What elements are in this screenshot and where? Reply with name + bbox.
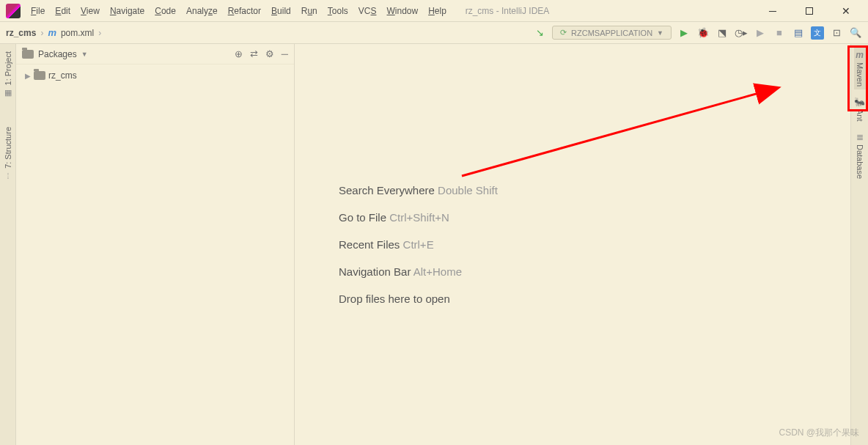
hint-label: Navigation Bar [339,265,411,278]
minimize-button[interactable]: ─ [762,5,784,17]
menu-navigate[interactable]: Navigate [106,3,149,19]
project-panel-header: Packages ▼ ⊕ ⇄ ⚙ ─ [16,44,294,65]
gear-icon[interactable]: ⚙ [265,48,274,59]
hint-goto-file: Go to File Ctrl+Shift+N [339,211,449,224]
breadcrumb-project[interactable]: rz_cms [6,28,36,38]
search-icon[interactable]: 🔍 [849,26,862,40]
expand-arrow-icon[interactable]: ▶ [25,72,31,80]
dropdown-arrow-icon[interactable]: ▼ [81,51,88,58]
maven-rail-label: Maven [856,62,864,87]
project-tree[interactable]: ▶ rz_cms [16,65,294,87]
hint-shortcut: Ctrl+Shift+N [389,211,449,224]
dropdown-arrow-icon: ▼ [657,29,663,37]
profile-button[interactable]: ◷▸ [735,26,748,40]
folder-icon [34,71,45,80]
run-button[interactable]: ▶ [677,26,691,40]
hint-label: Go to File [339,211,386,224]
breadcrumb-file[interactable]: pom.xml [61,28,94,38]
hint-nav-bar: Navigation Bar Alt+Home [339,265,462,278]
window-title: rz_cms - IntelliJ IDEA [319,6,550,16]
hint-search-everywhere: Search Everywhere Double Shift [339,184,498,196]
chevron-right-icon: › [40,28,43,38]
hammer-icon[interactable]: ↘ [533,26,546,40]
menu-analyze[interactable]: Analyze [182,3,222,19]
app-icon [6,4,21,18]
collapse-icon[interactable]: ─ [282,48,288,59]
maximize-button[interactable] [798,5,820,17]
coverage-button[interactable]: ⬔ [716,26,729,40]
database-tool-tab[interactable]: ≣ Database [854,129,866,182]
update-button[interactable]: ▤ [792,26,805,40]
menu-view[interactable]: View [76,3,104,19]
project-rail-label: 1: Project [4,51,12,85]
project-rail-icon: ▦ [4,88,12,98]
attach-button[interactable]: ▶ [754,26,767,40]
left-tool-rail: ▦ 1: Project ⦙ 7: Structure [0,44,16,445]
menu-refactor[interactable]: Refactor [224,3,265,19]
project-panel: Packages ▼ ⊕ ⇄ ⚙ ─ ▶ rz_cms [16,44,295,445]
ant-rail-label: Ant [856,109,864,122]
database-rail-label: Database [856,144,864,179]
menu-code[interactable]: Code [150,3,180,19]
ant-rail-icon: 🐜 [854,97,865,107]
chevron-right-icon: › [98,28,101,38]
title-bar: File Edit View Navigate Code Analyze Ref… [0,0,868,22]
right-tool-rail: m Maven 🐜 Ant ≣ Database [850,44,868,445]
hint-label: Search Everywhere [339,184,435,196]
tree-root-item[interactable]: ▶ rz_cms [22,69,288,82]
hint-label: Recent Files [339,238,400,251]
spring-icon: ⟳ [560,28,567,37]
ant-tool-tab[interactable]: 🐜 Ant [853,94,867,125]
box-icon[interactable]: ⊡ [830,26,843,40]
maven-file-icon: m [48,27,56,38]
maven-rail-icon: m [856,50,864,60]
maven-tool-tab[interactable]: m Maven [854,47,866,89]
debug-button[interactable]: 🐞 [696,26,710,40]
close-button[interactable]: ✕ [835,5,857,17]
toolbar: rz_cms › m pom.xml › ↘ ⟳ RZCMSAPPLICATIO… [0,22,868,44]
menu-build[interactable]: Build [267,3,295,19]
structure-tool-tab[interactable]: ⦙ 7: Structure [2,122,14,185]
window-controls: ─ ✕ [762,5,868,17]
structure-rail-label: 7: Structure [4,127,12,169]
hint-shortcut: Double Shift [438,184,498,196]
run-config-label: RZCMSAPPLICATION [571,29,652,37]
structure-rail-icon: ⦙ [7,172,9,181]
project-tool-tab[interactable]: ▦ 1: Project [2,47,14,102]
hint-shortcut: Ctrl+E [403,238,434,251]
panel-title-label[interactable]: Packages [38,49,77,59]
menu-edit[interactable]: Edit [51,3,75,19]
breadcrumb[interactable]: rz_cms › m pom.xml › [6,27,101,38]
menu-file[interactable]: File [26,3,49,19]
editor-empty-state[interactable]: Search Everywhere Double Shift Go to Fil… [295,44,850,445]
hint-shortcut: Alt+Home [413,265,462,278]
split-icon[interactable]: ⇄ [250,48,258,59]
target-icon[interactable]: ⊕ [235,48,243,59]
tree-root-label: rz_cms [48,70,77,81]
folder-icon [22,50,34,59]
hint-drop-files: Drop files here to open [339,293,450,305]
translate-icon[interactable]: 文 [811,26,824,40]
run-config-selector[interactable]: ⟳ RZCMSAPPLICATION ▼ [552,26,672,40]
stop-button[interactable]: ■ [773,26,786,40]
watermark: CSDN @我那个果味 [779,427,859,439]
hint-label: Drop files here to open [339,293,450,305]
hint-recent-files: Recent Files Ctrl+E [339,238,434,251]
database-rail-icon: ≣ [856,132,864,142]
